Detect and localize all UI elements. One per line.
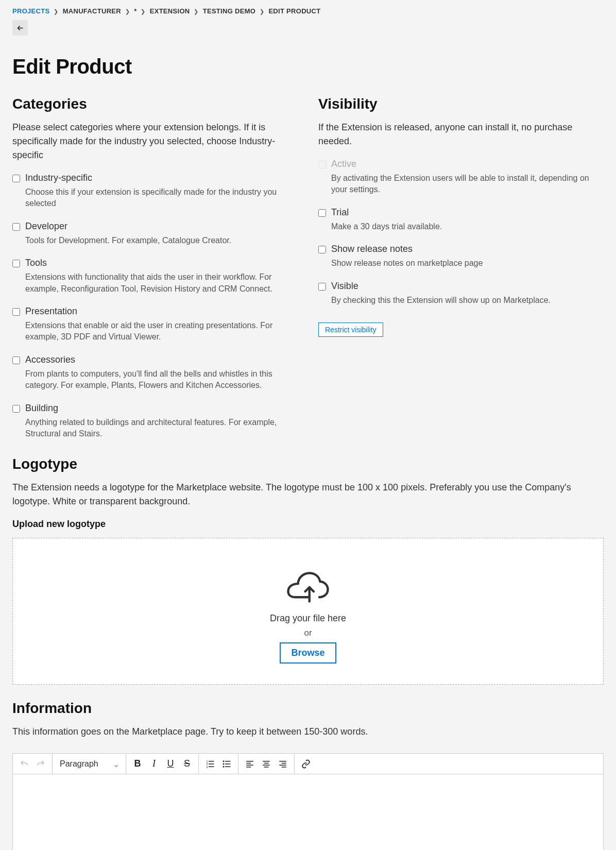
visibility-item: TrialMake a 30 days trial available.	[318, 207, 604, 232]
dropzone-text: Drag your file here	[13, 613, 603, 624]
svg-rect-15	[246, 767, 251, 768]
information-desc: This information goes on the Marketplace…	[12, 725, 604, 739]
visibility-item: Show release notesShow release notes on …	[318, 244, 604, 269]
breadcrumb-manufacturer[interactable]: MANUFACTURER	[63, 7, 121, 15]
ordered-list-button[interactable]: 123	[202, 756, 218, 772]
undo-icon	[20, 759, 29, 769]
category-checkbox[interactable]	[12, 223, 20, 231]
upload-logotype-title: Upload new logotype	[12, 519, 604, 530]
chevron-right-icon: ❯	[194, 8, 198, 14]
editor-toolbar: Paragraph B I U S 123	[13, 754, 603, 774]
visibility-checkbox	[318, 161, 326, 168]
svg-rect-5	[209, 766, 214, 767]
category-sub: Extensions with functionality that aids …	[25, 271, 298, 295]
visibility-label: Active	[331, 159, 604, 169]
restrict-visibility-button[interactable]: Restrict visibility	[318, 322, 383, 337]
breadcrumb-projects[interactable]: PROJECTS	[12, 7, 49, 15]
visibility-sub: Show release notes on marketplace page	[331, 258, 483, 269]
svg-point-10	[223, 766, 225, 768]
link-icon	[301, 759, 311, 769]
svg-rect-9	[225, 763, 231, 764]
undo-button[interactable]	[16, 756, 32, 772]
back-button[interactable]	[12, 20, 28, 36]
strikethrough-button[interactable]: S	[179, 756, 195, 772]
align-center-icon	[262, 759, 271, 769]
format-select-wrap[interactable]: Paragraph	[56, 757, 123, 770]
visibility-title: Visibility	[318, 96, 604, 112]
visibility-section: Visibility If the Extension is released,…	[318, 96, 604, 451]
breadcrumb-extension[interactable]: EXTENSION	[150, 7, 190, 15]
editor-body[interactable]	[13, 774, 603, 850]
dropzone-or: or	[13, 628, 603, 638]
svg-rect-18	[263, 764, 270, 766]
cloud-upload-icon	[13, 569, 603, 608]
align-right-button[interactable]	[275, 756, 291, 772]
category-label: Developer	[25, 221, 231, 232]
align-left-icon	[245, 759, 254, 769]
category-label: Presentation	[25, 306, 298, 317]
svg-rect-16	[263, 761, 270, 762]
category-item: DeveloperTools for Development. For exam…	[12, 221, 298, 246]
categories-title: Categories	[12, 96, 298, 112]
italic-button[interactable]: I	[146, 756, 162, 772]
svg-rect-21	[282, 763, 286, 764]
svg-rect-3	[209, 763, 214, 764]
svg-text:3: 3	[207, 765, 208, 768]
breadcrumb: PROJECTS ❯ MANUFACTURER ❯ * ❯ EXTENSION …	[12, 7, 604, 15]
svg-rect-1	[209, 761, 214, 762]
visibility-label: Show release notes	[331, 244, 483, 254]
categories-section: Categories Please select categories wher…	[12, 96, 298, 451]
underline-button[interactable]: U	[162, 756, 179, 772]
category-sub: Extensions that enable or aid the user i…	[25, 320, 298, 343]
chevron-right-icon: ❯	[125, 8, 130, 14]
category-checkbox[interactable]	[12, 356, 20, 364]
visibility-checkbox[interactable]	[318, 283, 326, 291]
category-item: PresentationExtensions that enable or ai…	[12, 306, 298, 343]
align-right-icon	[278, 759, 287, 769]
align-center-button[interactable]	[258, 756, 275, 772]
breadcrumb-edit-product: EDIT PRODUCT	[268, 7, 320, 15]
category-checkbox[interactable]	[12, 175, 20, 182]
chevron-right-icon: ❯	[141, 8, 145, 14]
visibility-checkbox[interactable]	[318, 246, 326, 253]
visibility-sub: By activating the Extension users will b…	[331, 173, 604, 196]
visibility-desc: If the Extension is released, anyone can…	[318, 121, 604, 148]
ordered-list-icon: 123	[206, 759, 215, 769]
visibility-checkbox[interactable]	[318, 209, 326, 217]
visibility-label: Visible	[331, 281, 551, 292]
link-button[interactable]	[298, 756, 314, 772]
category-item: BuildingAnything related to buildings an…	[12, 403, 298, 440]
format-select[interactable]: Paragraph	[56, 757, 112, 770]
information-title: Information	[12, 700, 604, 717]
redo-icon	[36, 759, 45, 769]
svg-rect-11	[225, 766, 231, 767]
page-title: Edit Product	[12, 55, 604, 78]
visibility-sub: Make a 30 days trial available.	[331, 221, 442, 232]
arrow-left-icon	[16, 24, 25, 32]
category-checkbox[interactable]	[12, 308, 20, 316]
category-item: Industry-specificChoose this if your ext…	[12, 173, 298, 210]
visibility-label: Trial	[331, 207, 442, 218]
logotype-dropzone[interactable]: Drag your file here or Browse	[12, 538, 604, 685]
category-label: Tools	[25, 258, 298, 268]
category-label: Industry-specific	[25, 173, 298, 183]
visibility-item: VisibleBy checking this the Extension wi…	[318, 281, 604, 306]
browse-button[interactable]: Browse	[280, 642, 336, 664]
logotype-desc: The Extension needs a logotype for the M…	[12, 481, 604, 508]
redo-button[interactable]	[32, 756, 49, 772]
category-sub: Anything related to buildings and archit…	[25, 417, 298, 440]
svg-rect-7	[225, 761, 231, 762]
svg-rect-17	[264, 763, 269, 764]
category-checkbox[interactable]	[12, 405, 20, 413]
breadcrumb-star[interactable]: *	[134, 7, 136, 15]
breadcrumb-testing-demo[interactable]: TESTING DEMO	[203, 7, 256, 15]
bold-button[interactable]: B	[129, 756, 146, 772]
logotype-title: Logotype	[12, 456, 604, 472]
category-item: ToolsExtensions with functionality that …	[12, 258, 298, 295]
svg-point-6	[223, 760, 225, 762]
svg-rect-14	[246, 764, 253, 766]
unordered-list-button[interactable]	[218, 756, 235, 772]
align-left-button[interactable]	[242, 756, 258, 772]
visibility-sub: By checking this the Extension will show…	[331, 295, 551, 306]
category-checkbox[interactable]	[12, 260, 20, 267]
